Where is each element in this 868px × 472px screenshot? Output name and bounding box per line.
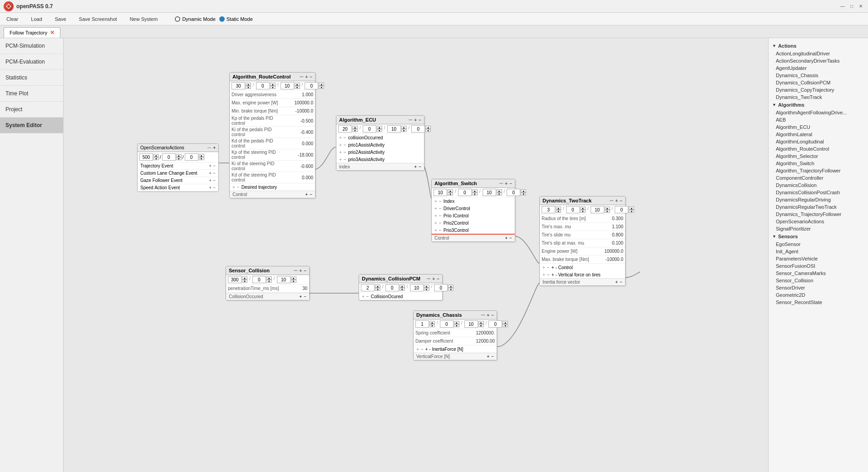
sc-spin1[interactable]: ▲▼ bbox=[228, 276, 247, 283]
rp-algo-12[interactable]: DynamicsRegularDriving bbox=[769, 196, 868, 203]
rp-algo-5[interactable]: Algorithm_RouteControl bbox=[769, 145, 868, 152]
ecu-val4[interactable] bbox=[411, 125, 425, 133]
osa-val3-spin[interactable]: ▲ ▼ bbox=[199, 154, 204, 160]
sw-dots[interactable]: ··· bbox=[499, 181, 503, 186]
rp-action-1[interactable]: ActionSecondaryDriverTasks bbox=[769, 57, 868, 64]
arc-spin1[interactable]: ▲▼ bbox=[232, 82, 251, 89]
sw-val1[interactable] bbox=[434, 189, 447, 196]
osa-val2-up[interactable]: ▲ bbox=[176, 154, 182, 157]
rp-sensor-2[interactable]: ParametersVehicle bbox=[769, 255, 868, 262]
rp-action-3[interactable]: Dynamics_Chassis bbox=[769, 72, 868, 79]
arc-val1[interactable] bbox=[232, 82, 245, 89]
arc-val4[interactable] bbox=[305, 82, 318, 89]
arc-val3[interactable] bbox=[281, 82, 294, 89]
sw-control-minus[interactable]: − bbox=[509, 236, 512, 241]
ecu-minus[interactable]: − bbox=[419, 118, 421, 123]
osa-plus-btn[interactable]: + bbox=[213, 145, 216, 150]
dc-val3[interactable] bbox=[464, 320, 478, 328]
dc-plus[interactable]: + bbox=[487, 313, 489, 318]
rp-action-6[interactable]: Dynamics_TwoTrack bbox=[769, 93, 868, 101]
osa-val1-up[interactable]: ▲ bbox=[153, 154, 159, 157]
rp-algo-1[interactable]: AEB bbox=[769, 116, 868, 123]
osa-val2-down[interactable]: ▼ bbox=[176, 157, 182, 160]
ecu-val3[interactable] bbox=[387, 125, 401, 133]
sw-spin4[interactable]: ▲▼ bbox=[507, 189, 526, 196]
dtt-spin1[interactable]: ▲▼ bbox=[542, 206, 561, 213]
rp-sensor-0[interactable]: EgoSensor bbox=[769, 241, 868, 248]
dcp-val1[interactable] bbox=[361, 284, 375, 291]
rp-algo-3[interactable]: AlgorithmLateral bbox=[769, 131, 868, 138]
sc-dots[interactable]: ··· bbox=[294, 268, 297, 273]
rp-action-5[interactable]: Dynamics_CopyTrajectory bbox=[769, 86, 868, 93]
dcp-spin3[interactable]: ▲▼ bbox=[410, 284, 429, 291]
arc-control-plus[interactable]: + bbox=[305, 192, 308, 197]
dc-output-minus[interactable]: − bbox=[491, 354, 494, 359]
rp-algo-2[interactable]: Algorithm_ECU bbox=[769, 123, 868, 131]
sidebar-item-time-plot[interactable]: Time Plot bbox=[0, 86, 63, 102]
sc-val3[interactable] bbox=[277, 276, 291, 283]
osa-spinbox-3[interactable]: ▲ ▼ bbox=[185, 153, 204, 161]
arc-plus[interactable]: + bbox=[305, 74, 308, 79]
sidebar-item-system-editor[interactable]: System Editor bbox=[0, 118, 63, 133]
arc-val2[interactable] bbox=[256, 82, 270, 89]
dc-spin3[interactable]: ▲▼ bbox=[464, 320, 484, 328]
sw-spin2[interactable]: ▲▼ bbox=[458, 189, 478, 196]
rp-algo-10[interactable]: DynamicsCollision bbox=[769, 182, 868, 189]
dc-spin1[interactable]: ▲▼ bbox=[415, 320, 435, 328]
ecu-index-plus[interactable]: + bbox=[414, 164, 417, 169]
arc-desired-traj-minus[interactable]: − bbox=[237, 185, 240, 190]
rp-algo-6[interactable]: Algorithm_Selector bbox=[769, 152, 868, 160]
dcp-spin2[interactable]: ▲▼ bbox=[385, 284, 405, 291]
dtt-plus[interactable]: + bbox=[615, 198, 618, 203]
dtt-spin2[interactable]: ▲▼ bbox=[566, 206, 586, 213]
osa-val1-spin[interactable]: ▲ ▼ bbox=[153, 154, 159, 160]
sw-spin1[interactable]: ▲▼ bbox=[434, 189, 453, 196]
sw-plus[interactable]: + bbox=[505, 181, 508, 186]
dc-spin4[interactable]: ▲▼ bbox=[488, 320, 508, 328]
osa-val3-input[interactable] bbox=[185, 153, 198, 161]
ecu-plus[interactable]: + bbox=[414, 118, 417, 123]
osa-val3-up[interactable]: ▲ bbox=[199, 154, 204, 157]
osa-trajectory-minus[interactable]: − bbox=[213, 163, 216, 168]
menu-load[interactable]: Load bbox=[28, 15, 44, 23]
sc-plus[interactable]: + bbox=[299, 268, 302, 273]
dc-val2[interactable] bbox=[440, 320, 454, 328]
osa-spinbox-2[interactable]: ▲ ▼ bbox=[162, 153, 182, 161]
ecu-dots[interactable]: ··· bbox=[409, 118, 412, 123]
ecu-spin4[interactable]: ▲▼ bbox=[411, 125, 431, 133]
ecu-spin2[interactable]: ▲▼ bbox=[363, 125, 382, 133]
dcp-val2[interactable] bbox=[385, 284, 399, 291]
arc-control-minus[interactable]: − bbox=[310, 192, 312, 197]
rp-sensor-3[interactable]: SensorFusionOSI bbox=[769, 262, 868, 270]
arc-dots[interactable]: ··· bbox=[300, 74, 303, 79]
sidebar-item-pcm-simulation[interactable]: PCM-Simulation bbox=[0, 38, 63, 54]
osa-gaze-plus[interactable]: + bbox=[209, 178, 212, 183]
sc-minus[interactable]: − bbox=[304, 268, 306, 273]
rp-sensor-6[interactable]: SensorDriver bbox=[769, 284, 868, 291]
osa-gaze-minus[interactable]: − bbox=[213, 178, 216, 183]
osa-val3-down[interactable]: ▼ bbox=[199, 157, 204, 160]
osa-custom-lane-plus[interactable]: + bbox=[209, 171, 212, 176]
sc-val2[interactable] bbox=[252, 276, 266, 283]
dtt-spin3[interactable]: ▲▼ bbox=[591, 206, 610, 213]
menu-save[interactable]: Save bbox=[52, 15, 69, 23]
arc-spin3[interactable]: ▲▼ bbox=[281, 82, 300, 89]
rp-sensor-5[interactable]: Sensor_Collision bbox=[769, 277, 868, 284]
tab-follow-trajectory[interactable]: Follow Trajectory ✕ bbox=[4, 27, 60, 38]
rp-algo-14[interactable]: Dynamics_TrajectoryFollower bbox=[769, 211, 868, 218]
osa-spinbox-1[interactable]: ▲ ▼ bbox=[139, 153, 159, 161]
menu-clear[interactable]: Clear bbox=[4, 15, 21, 23]
sidebar-item-statistics[interactable]: Statistics bbox=[0, 70, 63, 86]
osa-val2-spin[interactable]: ▲ ▼ bbox=[176, 154, 182, 160]
minimize-button[interactable]: — bbox=[839, 3, 846, 10]
dynamic-mode-radio[interactable] bbox=[175, 16, 180, 22]
dc-output-plus[interactable]: + bbox=[487, 354, 489, 359]
dcp-minus[interactable]: − bbox=[437, 276, 439, 281]
sidebar-item-project[interactable]: Project bbox=[0, 102, 63, 118]
sw-val2[interactable] bbox=[458, 189, 472, 196]
tab-close-button[interactable]: ✕ bbox=[50, 30, 54, 36]
dcp-dots[interactable]: ··· bbox=[427, 276, 430, 281]
rp-section-actions[interactable]: ▼ Actions bbox=[769, 42, 868, 50]
dtt-dots[interactable]: ··· bbox=[610, 198, 613, 203]
arc-spin4[interactable]: ▲▼ bbox=[305, 82, 324, 89]
